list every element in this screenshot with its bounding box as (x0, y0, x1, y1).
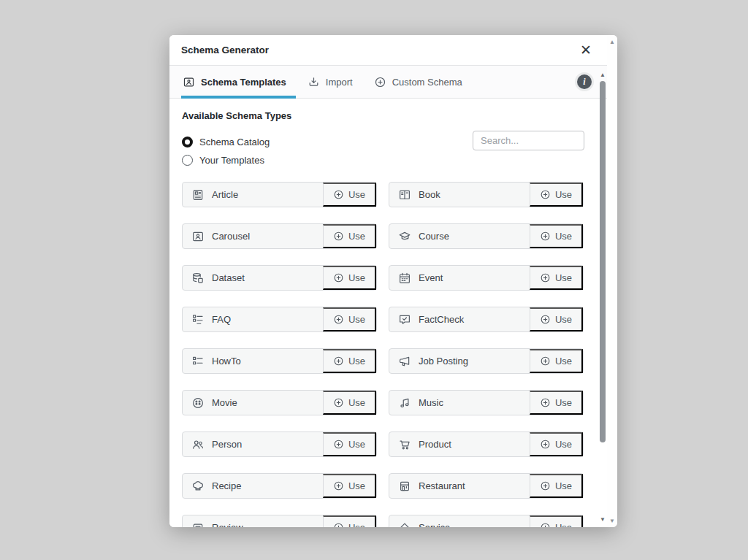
use-button[interactable]: Use (323, 515, 376, 527)
tab-import[interactable]: Import (306, 66, 373, 98)
plus-circle-icon (540, 397, 551, 408)
schema-card-event[interactable]: Event Use (389, 265, 584, 291)
available-schema-types-heading: Available Schema Types (182, 110, 607, 121)
schema-card-course[interactable]: Course Use (389, 223, 584, 249)
plus-circle-icon (374, 76, 386, 88)
schema-card-label: Article (212, 189, 323, 200)
schema-templates-icon (183, 76, 195, 88)
schema-card-factcheck[interactable]: FactCheck Use (389, 307, 584, 332)
schema-grid: Article Use Book Use Carousel Use C (182, 182, 607, 527)
howto-icon (191, 355, 205, 368)
plus-circle-icon (540, 480, 551, 491)
schema-card-review[interactable]: Review Use (182, 515, 377, 527)
schema-card-label: Dataset (212, 272, 323, 283)
plus-circle-icon (333, 397, 344, 408)
radio-your-templates[interactable]: Your Templates (182, 151, 264, 169)
schema-card-restaurant[interactable]: Restaurant Use (389, 473, 584, 499)
service-icon (398, 521, 411, 528)
use-button[interactable]: Use (323, 224, 376, 248)
close-icon: ✕ (580, 43, 592, 57)
tab-bar: Schema Templates Import Custom Schema i (169, 66, 607, 99)
radio-schema-catalog[interactable]: Schema Catalog (182, 133, 270, 151)
tab-schema-templates[interactable]: Schema Templates (181, 66, 306, 98)
plus-circle-icon (333, 522, 344, 527)
schema-card-howto[interactable]: HowTo Use (182, 348, 377, 374)
book-icon (398, 188, 411, 202)
tab-label: Schema Templates (201, 77, 286, 88)
use-button[interactable]: Use (323, 183, 376, 207)
tab-custom-schema[interactable]: Custom Schema (373, 66, 482, 98)
schema-card-label: Review (212, 522, 323, 527)
plus-circle-icon (333, 439, 344, 450)
inner-scrollbar-thumb[interactable] (600, 81, 606, 442)
tab-label: Import (326, 77, 353, 88)
scroll-up-icon[interactable]: ▲ (599, 72, 606, 78)
schema-card-recipe[interactable]: Recipe Use (182, 473, 377, 499)
scroll-up-icon[interactable]: ▲ (607, 39, 617, 45)
plus-circle-icon (540, 272, 551, 283)
use-button[interactable]: Use (323, 474, 376, 498)
review-icon (191, 521, 205, 528)
info-icon: i (577, 74, 592, 89)
info-button[interactable]: i (575, 72, 594, 91)
search-input[interactable] (473, 131, 584, 150)
use-button[interactable]: Use (323, 349, 376, 373)
plus-circle-icon (540, 231, 551, 242)
schema-card-person[interactable]: Person Use (182, 431, 377, 457)
person-icon (191, 438, 205, 451)
schema-card-label: Restaurant (419, 480, 530, 491)
dialog-main: Schema Generator ✕ Schema Templates Impo… (169, 35, 607, 527)
use-button[interactable]: Use (530, 391, 583, 415)
use-button[interactable]: Use (530, 307, 583, 331)
plus-circle-icon (540, 314, 551, 325)
close-button[interactable]: ✕ (578, 42, 594, 58)
schema-card-label: HowTo (212, 356, 323, 367)
schema-card-label: Person (212, 439, 323, 450)
use-button[interactable]: Use (323, 266, 376, 290)
dialog-title: Schema Generator (181, 45, 269, 55)
use-button[interactable]: Use (530, 474, 583, 498)
schema-card-music[interactable]: Music Use (389, 390, 584, 415)
dataset-icon (191, 272, 205, 285)
schema-card-label: Carousel (212, 231, 323, 242)
import-icon (308, 76, 320, 88)
plus-circle-icon (333, 231, 344, 242)
schema-card-label: Course (419, 231, 530, 242)
schema-card-faq[interactable]: FAQ Use (182, 307, 377, 332)
plus-circle-icon (333, 189, 344, 200)
plus-circle-icon (540, 189, 551, 200)
schema-card-carousel[interactable]: Carousel Use (182, 223, 377, 249)
schema-card-job-posting[interactable]: Job Posting Use (389, 348, 584, 374)
schema-card-movie[interactable]: Movie Use (182, 390, 377, 415)
schema-card-label: Job Posting (419, 356, 530, 367)
use-button[interactable]: Use (530, 432, 583, 456)
factcheck-icon (398, 313, 411, 326)
carousel-icon (191, 230, 205, 243)
inner-scrollbar[interactable]: ▲ ▼ (599, 72, 606, 524)
scroll-down-icon[interactable]: ▼ (607, 518, 617, 524)
use-button[interactable]: Use (530, 183, 583, 207)
use-button[interactable]: Use (530, 224, 583, 248)
use-button[interactable]: Use (530, 515, 583, 527)
schema-card-service[interactable]: Service Use (389, 515, 584, 527)
music-icon (398, 396, 411, 410)
scroll-down-icon[interactable]: ▼ (599, 516, 606, 523)
schema-card-dataset[interactable]: Dataset Use (182, 265, 377, 291)
schema-card-book[interactable]: Book Use (389, 182, 584, 207)
radio-unselected-icon (182, 155, 193, 166)
outer-scrollbar[interactable]: ▲ ▼ (607, 35, 617, 527)
schema-card-article[interactable]: Article Use (182, 182, 377, 207)
restaurant-icon (398, 480, 411, 493)
use-button[interactable]: Use (530, 266, 583, 290)
use-button[interactable]: Use (530, 349, 583, 373)
schema-card-label: FAQ (212, 314, 323, 325)
use-button[interactable]: Use (323, 307, 376, 331)
use-button[interactable]: Use (323, 432, 376, 456)
schema-card-product[interactable]: Product Use (389, 431, 584, 457)
use-button[interactable]: Use (323, 391, 376, 415)
radio-selected-icon (182, 137, 193, 147)
schema-card-label: Book (419, 189, 530, 200)
schema-card-label: Movie (212, 397, 323, 408)
tab-label: Custom Schema (392, 77, 462, 88)
plus-circle-icon (333, 356, 344, 367)
